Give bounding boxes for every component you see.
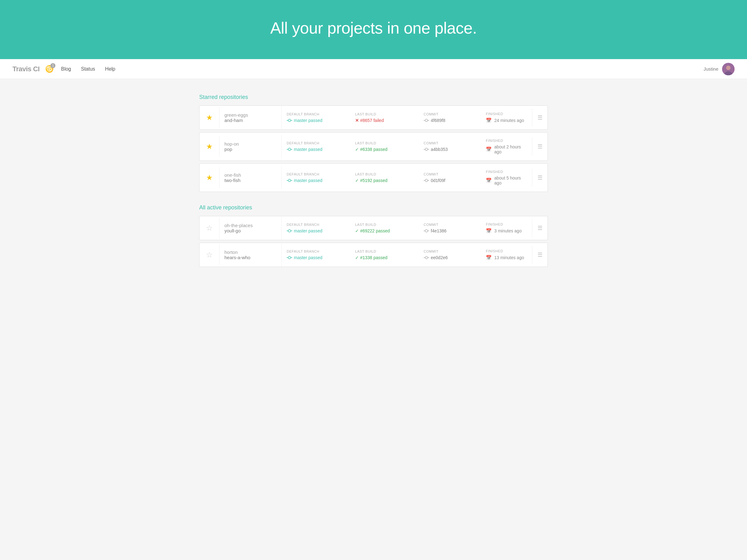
repo-name-line2: and-ham <box>225 117 276 123</box>
finished-label: FINISHED <box>486 222 527 226</box>
star-button[interactable]: ★ <box>200 107 220 128</box>
finished-value: 📅 3 minutes ago <box>486 228 527 234</box>
brand-logo[interactable]: Travis CI <box>12 65 40 73</box>
star-filled-icon: ★ <box>206 113 213 122</box>
build-cell: LAST BUILD ✓ #1338 passed <box>350 243 419 266</box>
hero-tagline: All your projects in one place. <box>6 19 741 37</box>
repo-menu-button[interactable]: ☰ <box>532 137 547 156</box>
finished-cell: FINISHED 📅 13 minutes ago <box>481 243 532 267</box>
repo-name-line1: hop-on <box>225 141 276 146</box>
repo-name[interactable]: hop-on pop <box>220 135 282 158</box>
commit-value[interactable]: ee0d2e6 <box>423 255 476 260</box>
navbar: Travis CI ♋ 1 Blog Status Help Justine <box>0 59 747 79</box>
hamburger-icon: ☰ <box>537 225 542 231</box>
branch-icon <box>287 256 292 260</box>
user-menu[interactable]: Justine <box>703 63 735 75</box>
repo-menu-button[interactable]: ☰ <box>532 246 547 264</box>
branch-value[interactable]: master passed <box>287 229 345 233</box>
finished-label: FINISHED <box>486 112 527 116</box>
build-cell: LAST BUILD ✓ #69222 passed <box>350 216 419 240</box>
commit-value[interactable]: 0d1f09f <box>423 178 476 183</box>
repo-name[interactable]: oh-the-places youll-go <box>220 216 282 240</box>
repo-name-line2: hears-a-who <box>225 255 276 260</box>
repo-menu-button[interactable]: ☰ <box>532 169 547 187</box>
repo-card: ★ one-fish two-fish DEFAULT BRANCH maste… <box>199 163 548 192</box>
finished-time: about 5 hours ago <box>494 176 527 185</box>
commit-icon <box>423 148 429 151</box>
repo-name-line1: one-fish <box>225 172 276 178</box>
star-button[interactable]: ☆ <box>200 217 220 239</box>
build-passed-icon: ✓ <box>355 255 359 260</box>
branch-value[interactable]: master passed <box>287 178 345 183</box>
finished-cell: FINISHED 📅 about 2 hours ago <box>481 133 532 161</box>
star-button[interactable]: ★ <box>200 167 220 188</box>
repo-menu-button[interactable]: ☰ <box>532 219 547 237</box>
build-cell: LAST BUILD ✓ #5192 passed <box>350 166 419 189</box>
finished-cell: FINISHED 📅 about 5 hours ago <box>481 164 532 192</box>
blog-link[interactable]: Blog <box>61 66 71 72</box>
finished-time: about 2 hours ago <box>494 144 527 154</box>
repo-menu-button[interactable]: ☰ <box>532 109 547 127</box>
branch-cell: DEFAULT BRANCH master passed <box>282 243 350 266</box>
branch-value[interactable]: master passed <box>287 118 345 123</box>
hamburger-icon: ☰ <box>537 115 542 121</box>
star-filled-icon: ★ <box>206 173 213 182</box>
help-link[interactable]: Help <box>105 66 115 72</box>
starred-repos-list: ★ green-eggs and-ham DEFAULT BRANCH mast… <box>199 105 548 192</box>
branch-label: DEFAULT BRANCH <box>287 112 345 116</box>
build-value[interactable]: ✕ #8657 failed <box>355 118 414 123</box>
repo-card: ★ green-eggs and-ham DEFAULT BRANCH mast… <box>199 105 548 130</box>
star-empty-icon: ☆ <box>206 250 213 259</box>
commit-cell: COMMIT 4f689f8 <box>419 106 481 129</box>
notifications-icon[interactable]: ♋ 1 <box>45 65 54 73</box>
star-button[interactable]: ☆ <box>200 244 220 265</box>
repo-name-line1: oh-the-places <box>225 223 276 228</box>
star-empty-icon: ☆ <box>206 224 213 232</box>
repo-name[interactable]: green-eggs and-ham <box>220 106 282 129</box>
build-passed-icon: ✓ <box>355 178 359 183</box>
build-failed-icon: ✕ <box>355 118 359 123</box>
repo-name[interactable]: one-fish two-fish <box>220 166 282 189</box>
branch-label: DEFAULT BRANCH <box>287 249 345 253</box>
build-label: LAST BUILD <box>355 141 414 145</box>
calendar-icon: 📅 <box>486 255 492 260</box>
calendar-icon: 📅 <box>486 228 492 234</box>
svg-point-22 <box>288 230 291 232</box>
build-passed-icon: ✓ <box>355 229 359 233</box>
build-value[interactable]: ✓ #1338 passed <box>355 255 414 260</box>
build-label: LAST BUILD <box>355 223 414 226</box>
star-button[interactable]: ★ <box>200 136 220 157</box>
repo-card: ☆ horton hears-a-who DEFAULT BRANCH mast… <box>199 243 548 267</box>
svg-point-19 <box>425 179 428 182</box>
avatar[interactable] <box>722 63 735 75</box>
svg-point-7 <box>425 119 428 122</box>
star-filled-icon: ★ <box>206 142 213 151</box>
commit-value[interactable]: 4f689f8 <box>423 118 476 123</box>
build-label: LAST BUILD <box>355 172 414 176</box>
commit-icon <box>423 229 429 233</box>
status-link[interactable]: Status <box>81 66 95 72</box>
calendar-icon: 📅 <box>486 178 492 183</box>
starred-section: Starred repositories ★ green-eggs and-ha… <box>199 94 548 192</box>
commit-value[interactable]: a4bb353 <box>423 147 476 152</box>
commit-label: COMMIT <box>423 223 476 226</box>
repo-name-line2: pop <box>225 146 276 152</box>
build-cell: LAST BUILD ✓ #6338 passed <box>350 135 419 158</box>
branch-icon <box>287 148 292 151</box>
repo-name[interactable]: horton hears-a-who <box>220 243 282 266</box>
svg-point-25 <box>425 230 428 232</box>
build-value[interactable]: ✓ #69222 passed <box>355 229 414 233</box>
commit-label: COMMIT <box>423 112 476 116</box>
commit-value[interactable]: f4e1386 <box>423 229 476 233</box>
branch-icon <box>287 118 292 122</box>
finished-value: 📅 13 minutes ago <box>486 255 527 260</box>
finished-cell: FINISHED 📅 24 minutes ago <box>481 106 532 129</box>
hamburger-icon: ☰ <box>537 175 542 181</box>
build-value[interactable]: ✓ #5192 passed <box>355 178 414 183</box>
branch-cell: DEFAULT BRANCH master passed <box>282 166 350 189</box>
branch-value[interactable]: master passed <box>287 147 345 152</box>
build-label: LAST BUILD <box>355 249 414 253</box>
build-value[interactable]: ✓ #6338 passed <box>355 147 414 152</box>
repo-card: ☆ oh-the-places youll-go DEFAULT BRANCH … <box>199 216 548 240</box>
branch-value[interactable]: master passed <box>287 255 345 260</box>
